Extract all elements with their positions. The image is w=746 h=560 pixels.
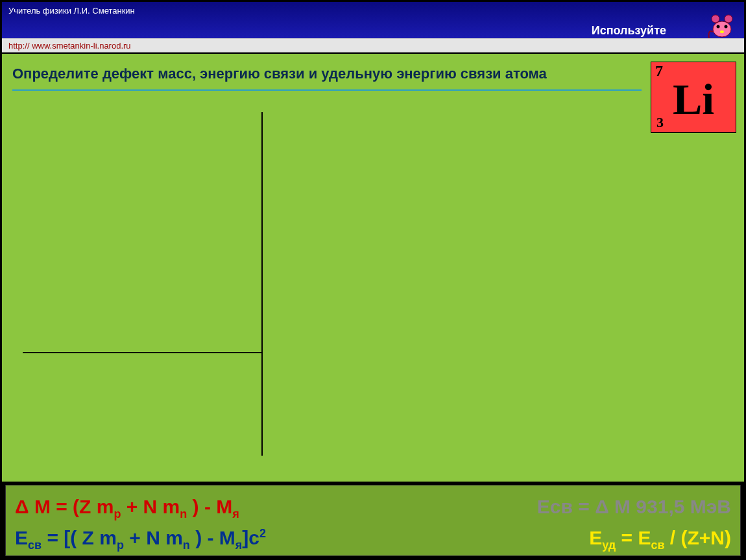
formula-footer: Δ M = (Z mp + N mn ) - Mя Eсв = Δ M 931,… <box>5 485 741 556</box>
element-symbol: Li <box>651 74 736 125</box>
svg-point-2 <box>713 21 731 37</box>
source-link[interactable]: http:// www.smetankin-li.narod.ru <box>2 41 131 51</box>
hint-label: Используйте <box>592 24 666 38</box>
main-slide-area: Определите дефект масс, энергию связи и … <box>2 54 744 482</box>
mascot-mouse-icon <box>706 14 738 40</box>
svg-point-5 <box>720 30 724 33</box>
horizontal-divider <box>23 352 263 353</box>
element-atomic-number: 3 <box>656 114 664 131</box>
svg-point-0 <box>712 15 719 23</box>
svg-point-3 <box>717 25 720 29</box>
formula-esv-mev: Eсв = Δ M 931,5 МэВ <box>537 492 731 521</box>
task-text: Определите дефект масс, энергию связи и … <box>2 54 744 89</box>
teacher-label: Учитель физики Л.И. Сметанкин <box>2 2 744 19</box>
header-bar: Учитель физики Л.И. Сметанкин Используйт… <box>2 2 744 38</box>
formula-eud: Eуд = Eсв / (Z+N) <box>589 523 731 554</box>
element-box-li: 7 Li 3 <box>651 62 736 133</box>
vertical-divider <box>261 112 263 456</box>
formula-esv-c2: Eсв = [( Z mp + N mn ) - Mя]c2 <box>15 523 266 554</box>
svg-point-4 <box>725 25 728 29</box>
title-underline <box>12 89 642 91</box>
link-bar: http:// www.smetankin-li.narod.ru <box>2 38 744 52</box>
svg-point-1 <box>725 15 732 23</box>
formula-delta-m: Δ M = (Z mp + N mn ) - Mя <box>15 492 239 523</box>
